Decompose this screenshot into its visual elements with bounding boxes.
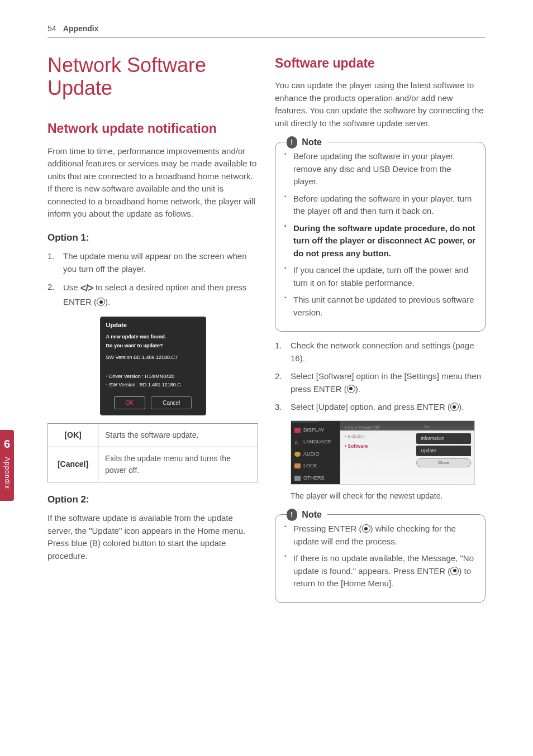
bullet-item: If you cancel the update, turn off the p…	[283, 264, 477, 289]
note-header: ! Note	[287, 136, 327, 149]
menu-label: LOCK	[303, 462, 317, 470]
menu-label: OTHERS	[303, 475, 325, 482]
table-row: [OK] Starts the software update.	[48, 423, 258, 447]
note-label-text: Note	[302, 136, 322, 149]
enter-icon	[450, 567, 459, 575]
option1-title: Option 1:	[47, 231, 258, 245]
close-button: Close	[416, 458, 471, 467]
enter-icon	[450, 403, 459, 411]
bullet-item: Pressing ENTER () while checking for the…	[283, 523, 477, 548]
note-bullets: Pressing ENTER () while checking for the…	[283, 523, 477, 590]
note-header: ! Note	[287, 508, 327, 521]
screenshot-caption: The player will check for the newest upd…	[291, 490, 486, 502]
step-text: ).	[105, 297, 110, 307]
menu-label: AUDIO	[303, 451, 320, 458]
bullet-item: Before updating the software in your pla…	[283, 150, 477, 188]
dialog-line: SW Version BD.1.489.12180.C7	[101, 353, 206, 362]
option-desc: Starts the software update.	[98, 423, 258, 447]
option-label: [Cancel]	[48, 447, 98, 482]
enter-icon	[97, 298, 105, 306]
option1-steps: The update menu will appear on the scree…	[47, 250, 258, 309]
option-label: [OK]	[48, 423, 98, 447]
cancel-button: Cancel	[151, 396, 192, 409]
menu-label: LANGUAGE	[303, 438, 331, 446]
menu-right: On Information Update Close	[413, 421, 474, 485]
bullet-item: During the software update procedure, do…	[283, 222, 477, 260]
note-badge-icon: !	[287, 509, 297, 521]
page-header: 54 Appendix	[47, 22, 486, 38]
option2-text: If the software update is available from…	[47, 512, 258, 562]
dialog-buttons: OK Cancel	[101, 390, 206, 415]
page-number: 54	[47, 24, 56, 33]
bullet-item: If there is no update available, the Mes…	[283, 552, 477, 590]
ok-button: OK	[114, 396, 145, 409]
menu-label: DISPLAY	[303, 427, 324, 434]
menu-value: On	[416, 423, 471, 432]
step-text: Check the network connection and setting…	[291, 341, 474, 363]
settings-menu-screenshot: DISPLAY ALANGUAGE AUDIO LOCK OTHERS Auto…	[291, 420, 475, 485]
update-dialog-screenshot: Update A new update was found. Do you wa…	[100, 317, 206, 415]
enter-icon	[347, 385, 355, 393]
step-text: Select [Software] option in the [Setting…	[291, 371, 481, 394]
step-text: ).	[355, 384, 360, 394]
menu-option: Update	[416, 446, 471, 456]
bullet-item: Before updating the software in your pla…	[283, 193, 477, 218]
procedure-steps: Check the network connection and setting…	[275, 339, 486, 414]
enter-icon	[362, 524, 370, 533]
submenu-item-selected: Software	[345, 442, 408, 451]
note-box: ! Note Pressing ENTER () while checking …	[275, 514, 486, 603]
step-text: Select [Update] option, and press ENTER …	[291, 402, 450, 412]
step-item: Select [Update] option, and press ENTER …	[275, 401, 486, 414]
dialog-title: Update	[101, 317, 206, 333]
bullet-text: Pressing ENTER (	[293, 524, 362, 533]
step-item: The update menu will appear on the scree…	[47, 250, 258, 275]
submenu-item: Auto Power Off	[345, 423, 408, 433]
intro-paragraph: You can update the player using the late…	[275, 79, 486, 130]
menu-middle: Auto Power Off Initialize Software	[340, 421, 413, 485]
arrows-icon: </>	[80, 283, 93, 294]
page-content: 54 Appendix Network Software Update Netw…	[0, 0, 533, 633]
menu-item: AUDIO	[291, 448, 340, 461]
bullet-text: If there is no update available, the Mes…	[293, 553, 474, 576]
menu-option: Information	[416, 433, 471, 444]
note-badge-icon: !	[287, 136, 297, 149]
option2-title: Option 2:	[47, 492, 258, 507]
intro-paragraph: From time to time, performance improveme…	[47, 145, 258, 221]
options-table: [OK] Starts the software update. [Cancel…	[47, 423, 258, 482]
dialog-line: Driver Version : H14IMN0420	[101, 372, 206, 381]
main-title: Network Software Update	[47, 54, 258, 100]
section-name: Appendix	[63, 24, 99, 33]
menu-item: DISPLAY	[291, 424, 340, 437]
option-desc: Exits the update menu and turns the powe…	[98, 447, 258, 482]
bullet-item: This unit cannot be updated to previous …	[283, 294, 477, 319]
note-label-text: Note	[302, 508, 322, 521]
menu-item: LOCK	[291, 460, 340, 472]
right-column: Software update You can update the playe…	[275, 54, 486, 611]
dialog-line: SW Version : BD.1.481.12180.C	[101, 381, 206, 390]
step-item: Use </> to select a desired option and t…	[47, 281, 258, 309]
left-column: Network Software Update Network update n…	[47, 54, 258, 611]
subsection-title: Software update	[275, 54, 486, 73]
note-bullets: Before updating the software in your pla…	[283, 150, 477, 319]
note-box: ! Note Before updating the software in y…	[275, 142, 486, 332]
menu-sidebar: DISPLAY ALANGUAGE AUDIO LOCK OTHERS	[291, 421, 340, 485]
dialog-line: Do you want to update?	[101, 342, 206, 351]
submenu-item: Initialize	[345, 432, 408, 442]
step-text: Use	[63, 283, 80, 292]
step-text: ).	[459, 402, 464, 412]
menu-item: OTHERS	[291, 472, 340, 485]
step-item: Select [Software] option in the [Setting…	[275, 370, 486, 395]
step-text: The update menu will appear on the scree…	[63, 251, 247, 274]
step-item: Check the network connection and setting…	[275, 339, 486, 365]
subsection-title: Network update notification	[47, 119, 258, 138]
dialog-line: A new update was found.	[101, 333, 206, 342]
menu-item: ALANGUAGE	[291, 436, 340, 448]
table-row: [Cancel] Exits the update menu and turns…	[48, 447, 258, 482]
